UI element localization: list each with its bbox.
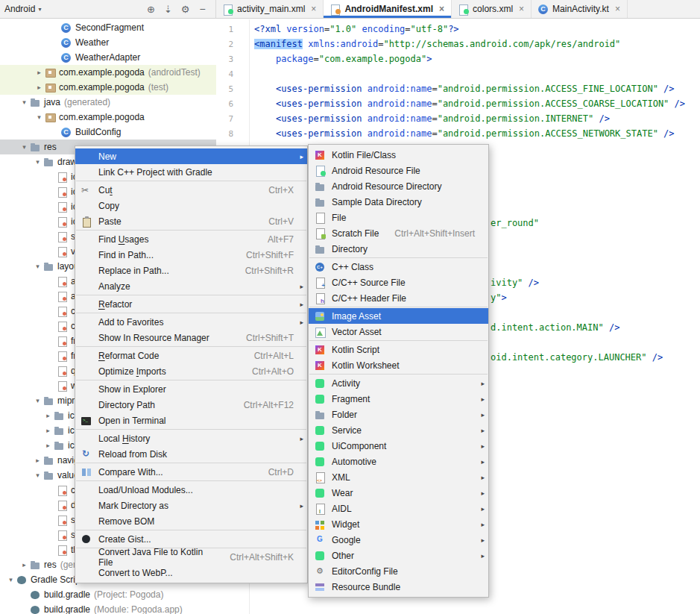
menu-item-show-in-explorer[interactable]: Show in Explorer xyxy=(75,381,307,397)
submenu-item-editorconfig-file[interactable]: EditorConfig File xyxy=(309,563,488,579)
menu-item-icon xyxy=(80,265,93,277)
project-view-selector[interactable]: Android ▾ xyxy=(4,4,41,14)
submenu-item-vector-asset[interactable]: Vector Asset xyxy=(309,324,488,339)
submenu-item-xml[interactable]: XML ▸ xyxy=(309,469,488,485)
submenu-item-aidl[interactable]: AIDL ▸ xyxy=(309,501,488,516)
close-icon[interactable]: × xyxy=(311,4,316,14)
menu-item-find-usages[interactable]: Find Usages Alt+F7 xyxy=(75,231,307,247)
chevron-icon[interactable]: ▸ xyxy=(43,412,53,419)
submenu-item-widget[interactable]: Widget ▸ xyxy=(309,516,488,532)
chevron-icon[interactable]: ▾ xyxy=(33,158,42,166)
chevron-icon[interactable]: ▾ xyxy=(19,143,29,151)
close-icon[interactable]: × xyxy=(615,4,620,14)
submenu-item-c-c-header-file[interactable]: C/C++ Header File xyxy=(309,290,488,306)
menu-item-reload-from-disk[interactable]: Reload from Disk xyxy=(75,446,307,462)
menu-item-local-history[interactable]: Local History ▸ xyxy=(75,430,307,446)
chevron-icon[interactable]: ▸ xyxy=(33,457,42,464)
submenu-item-kotlin-script[interactable]: Kotlin Script xyxy=(309,342,488,357)
submenu-item-service[interactable]: Service ▸ xyxy=(309,422,488,438)
menu-separator xyxy=(76,429,306,430)
menu-item-new[interactable]: New ▸ xyxy=(75,148,307,164)
hide-panel-icon[interactable]: − xyxy=(194,1,211,18)
submenu-item-kotlin-worksheet[interactable]: Kotlin Worksheet xyxy=(309,357,488,373)
submenu-item-image-asset[interactable]: Image Asset xyxy=(309,308,488,324)
submenu-item-c-c-source-file[interactable]: C/C++ Source File xyxy=(309,275,488,290)
menu-item-paste[interactable]: Paste Ctrl+V xyxy=(75,213,307,229)
submenu-item-file[interactable]: File xyxy=(309,210,488,225)
collapse-all-icon[interactable]: ⇣ xyxy=(160,1,177,18)
close-icon[interactable]: × xyxy=(439,4,444,14)
menu-item-replace-in-path[interactable]: Replace in Path... Ctrl+Shift+R xyxy=(75,263,307,278)
menu-item-label: XML xyxy=(332,472,350,483)
menu-item-analyze[interactable]: Analyze ▸ xyxy=(75,278,307,294)
chevron-icon[interactable]: ▾ xyxy=(34,113,44,121)
tree-item-build-gradle-project-pogoda[interactable]: build.gradle (Project: Pogoda) xyxy=(0,587,216,602)
menu-item-show-in-resource-manager[interactable]: Show In Resource Manager Ctrl+Shift+T xyxy=(75,330,307,345)
code-text: <manifest xmlns:android="http://schemas.… xyxy=(250,39,620,49)
submenu-item-directory[interactable]: Directory xyxy=(309,241,488,257)
tree-item-java-generated[interactable]: ▾ java (generated) xyxy=(0,95,216,110)
tree-item-com-example-pogoda[interactable]: ▾ com.example.pogoda xyxy=(0,110,216,125)
menu-item-icon xyxy=(80,332,93,344)
chevron-icon[interactable]: ▾ xyxy=(33,472,42,479)
menu-item-icon xyxy=(80,166,93,178)
tab-androidmanifest-xml[interactable]: AndroidManifest.xml × xyxy=(324,0,452,18)
locate-icon[interactable]: ⊕ xyxy=(142,1,160,18)
menu-item-open-in-terminal[interactable]: Open in Terminal xyxy=(75,413,307,428)
chevron-icon[interactable]: ▸ xyxy=(34,69,44,76)
submenu-item-wear[interactable]: Wear ▸ xyxy=(309,485,488,501)
submenu-item-activity[interactable]: Activity ▸ xyxy=(309,375,488,391)
submenu-item-google[interactable]: Google ▸ xyxy=(309,532,488,548)
submenu-item-resource-bundle[interactable]: Resource Bundle xyxy=(309,579,488,595)
menu-separator xyxy=(309,307,488,307)
submenu-item-c-class[interactable]: C++ Class xyxy=(309,259,488,275)
menu-item-remove-bom[interactable]: Remove BOM xyxy=(75,513,307,529)
tab-activity-main-xml[interactable]: activity_main.xml × xyxy=(216,0,324,18)
tab-colors-xml[interactable]: colors.xml × xyxy=(452,0,532,18)
chevron-icon[interactable]: ▾ xyxy=(19,98,29,106)
tree-item-com-example-pogoda-test[interactable]: ▸ com.example.pogoda (test) xyxy=(0,80,216,95)
tree-item-com-example-pogoda-androidtest[interactable]: ▸ com.example.pogoda (androidTest) xyxy=(0,65,216,80)
tree-item-weather[interactable]: Weather xyxy=(0,35,216,50)
submenu-item-sample-data-directory[interactable]: Sample Data Directory xyxy=(309,194,488,210)
menu-item-create-gist[interactable]: Create Gist... xyxy=(75,531,307,547)
tree-item-buildconfig[interactable]: BuildConfig xyxy=(0,125,216,140)
menu-item-compare-with[interactable]: Compare With... Ctrl+D xyxy=(75,464,307,480)
menu-item-add-to-favorites[interactable]: Add to Favorites ▸ xyxy=(75,314,307,330)
menu-item-mark-directory-as[interactable]: Mark Directory as ▸ xyxy=(75,498,307,513)
chevron-icon[interactable]: ▾ xyxy=(6,576,16,583)
menu-item-convert-java-file-to-kotlin-file[interactable]: Convert Java File to Kotlin File Ctrl+Al… xyxy=(75,549,307,565)
tree-item-weatheradapter[interactable]: WeatherAdapter xyxy=(0,50,216,65)
menu-item-find-in-path[interactable]: Find in Path... Ctrl+Shift+F xyxy=(75,247,307,263)
menu-item-link-c-project-with-gradle[interactable]: Link C++ Project with Gradle xyxy=(75,164,307,180)
menu-item-directory-path[interactable]: Directory Path Ctrl+Alt+F12 xyxy=(75,397,307,413)
menu-item-label: Cut xyxy=(98,185,113,195)
menu-item-copy[interactable]: Copy xyxy=(75,198,307,213)
chevron-icon[interactable]: ▸ xyxy=(34,84,44,91)
menu-item-reformat-code[interactable]: Reformat Code Ctrl+Alt+L xyxy=(75,348,307,363)
submenu-item-other[interactable]: Other ▸ xyxy=(309,548,488,563)
submenu-item-automotive[interactable]: Automotive ▸ xyxy=(309,454,488,469)
submenu-item-kotlin-file-class[interactable]: Kotlin File/Class xyxy=(309,147,488,163)
menu-item-load-unload-modules[interactable]: Load/Unload Modules... xyxy=(75,482,307,498)
submenu-item-android-resource-directory[interactable]: Android Resource Directory xyxy=(309,178,488,194)
submenu-item-fragment[interactable]: Fragment ▸ xyxy=(309,391,488,407)
submenu-item-uicomponent[interactable]: UiComponent ▸ xyxy=(309,438,488,454)
submenu-item-android-resource-file[interactable]: Android Resource File xyxy=(309,163,488,178)
tree-item-secondfragment[interactable]: SecondFragment xyxy=(0,20,216,35)
close-icon[interactable]: × xyxy=(519,4,524,14)
menu-item-cut[interactable]: Cut Ctrl+X xyxy=(75,182,307,198)
tree-item-build-gradle-module-pogoda-app[interactable]: build.gradle (Module: Pogoda.app) xyxy=(0,602,216,614)
submenu-item-scratch-file[interactable]: Scratch File Ctrl+Alt+Shift+Insert xyxy=(309,225,488,241)
chevron-icon[interactable]: ▸ xyxy=(43,442,53,449)
menu-item-refactor[interactable]: Refactor ▸ xyxy=(75,296,307,312)
settings-gear-icon[interactable]: ⚙ xyxy=(177,1,194,18)
menu-item-optimize-imports[interactable]: Optimize Imports Ctrl+Alt+O xyxy=(75,363,307,379)
chevron-icon[interactable]: ▾ xyxy=(33,397,42,404)
code-fragment: er_round" xyxy=(491,216,539,231)
submenu-item-folder[interactable]: Folder ▸ xyxy=(309,407,488,422)
chevron-icon[interactable]: ▾ xyxy=(33,263,42,270)
tab-mainactivity-kt[interactable]: MainActivity.kt × xyxy=(532,0,628,18)
chevron-icon[interactable]: ▸ xyxy=(43,427,53,434)
chevron-icon[interactable]: ▸ xyxy=(19,561,29,568)
